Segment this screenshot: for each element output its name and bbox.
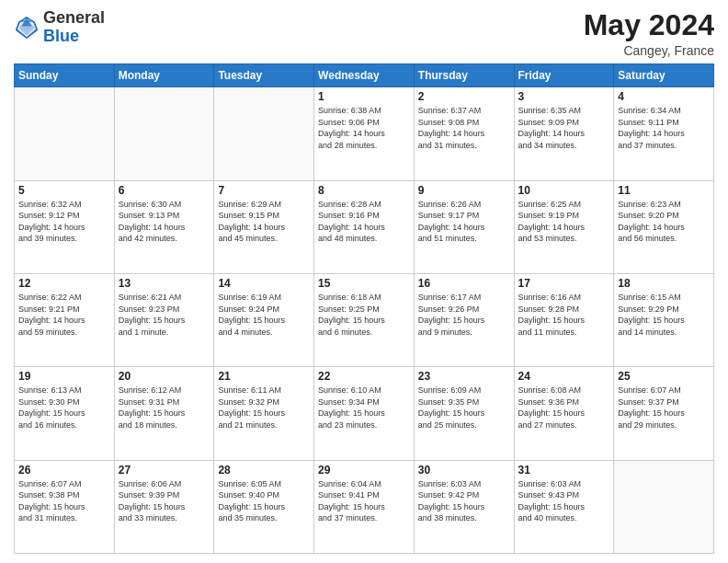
calendar-cell: 10Sunrise: 6:25 AM Sunset: 9:19 PM Dayli… (514, 180, 614, 273)
weekday-header-monday: Monday (114, 64, 214, 87)
calendar-cell: 21Sunrise: 6:11 AM Sunset: 9:32 PM Dayli… (214, 367, 314, 460)
day-number: 26 (18, 464, 110, 477)
day-info: Sunrise: 6:08 AM Sunset: 9:36 PM Dayligh… (518, 385, 610, 431)
day-number: 25 (618, 370, 710, 383)
calendar-cell: 30Sunrise: 6:03 AM Sunset: 9:42 PM Dayli… (414, 460, 514, 553)
calendar-cell: 5Sunrise: 6:32 AM Sunset: 9:12 PM Daylig… (15, 180, 115, 273)
day-number: 20 (119, 370, 210, 383)
weekday-header-tuesday: Tuesday (214, 64, 314, 87)
calendar-cell: 2Sunrise: 6:37 AM Sunset: 9:08 PM Daylig… (414, 87, 514, 180)
day-info: Sunrise: 6:35 AM Sunset: 9:09 PM Dayligh… (518, 105, 610, 151)
day-number: 3 (518, 90, 610, 103)
calendar-cell: 24Sunrise: 6:08 AM Sunset: 9:36 PM Dayli… (514, 367, 614, 460)
day-number: 29 (318, 464, 410, 477)
day-number: 8 (318, 184, 410, 197)
weekday-header-thursday: Thursday (414, 64, 514, 87)
calendar-cell (15, 87, 115, 180)
calendar-cell (614, 460, 714, 553)
day-number: 15 (318, 277, 410, 290)
calendar-cell: 13Sunrise: 6:21 AM Sunset: 9:23 PM Dayli… (114, 273, 214, 366)
calendar-header-row: SundayMondayTuesdayWednesdayThursdayFrid… (15, 64, 714, 87)
logo-general: General (43, 8, 105, 27)
day-info: Sunrise: 6:06 AM Sunset: 9:39 PM Dayligh… (119, 478, 210, 524)
day-number: 4 (618, 90, 710, 103)
day-info: Sunrise: 6:28 AM Sunset: 9:16 PM Dayligh… (318, 199, 410, 245)
day-number: 17 (518, 277, 610, 290)
day-number: 28 (218, 464, 310, 477)
day-number: 10 (518, 184, 610, 197)
day-number: 27 (119, 464, 210, 477)
calendar-cell: 15Sunrise: 6:18 AM Sunset: 9:25 PM Dayli… (314, 273, 415, 366)
day-info: Sunrise: 6:30 AM Sunset: 9:13 PM Dayligh… (119, 199, 210, 245)
weekday-header-friday: Friday (514, 64, 614, 87)
header: General Blue May 2024 Cangey, France (14, 9, 714, 58)
day-info: Sunrise: 6:16 AM Sunset: 9:28 PM Dayligh… (518, 292, 610, 338)
calendar-cell: 1Sunrise: 6:38 AM Sunset: 9:06 PM Daylig… (314, 87, 415, 180)
day-info: Sunrise: 6:09 AM Sunset: 9:35 PM Dayligh… (418, 385, 510, 431)
day-info: Sunrise: 6:19 AM Sunset: 9:24 PM Dayligh… (218, 292, 310, 338)
day-number: 7 (218, 184, 310, 197)
calendar-cell: 25Sunrise: 6:07 AM Sunset: 9:37 PM Dayli… (614, 367, 714, 460)
calendar-cell: 20Sunrise: 6:12 AM Sunset: 9:31 PM Dayli… (114, 367, 214, 460)
weekday-header-saturday: Saturday (614, 64, 714, 87)
calendar-cell: 6Sunrise: 6:30 AM Sunset: 9:13 PM Daylig… (114, 180, 214, 273)
calendar-cell: 28Sunrise: 6:05 AM Sunset: 9:40 PM Dayli… (214, 460, 314, 553)
calendar-cell: 26Sunrise: 6:07 AM Sunset: 9:38 PM Dayli… (15, 460, 115, 553)
calendar-week-5: 26Sunrise: 6:07 AM Sunset: 9:38 PM Dayli… (15, 460, 714, 553)
calendar-cell: 23Sunrise: 6:09 AM Sunset: 9:35 PM Dayli… (414, 367, 514, 460)
day-number: 23 (418, 370, 510, 383)
logo: General Blue (14, 9, 105, 46)
day-info: Sunrise: 6:07 AM Sunset: 9:37 PM Dayligh… (618, 385, 710, 431)
calendar-cell: 16Sunrise: 6:17 AM Sunset: 9:26 PM Dayli… (414, 273, 514, 366)
day-info: Sunrise: 6:23 AM Sunset: 9:20 PM Dayligh… (618, 199, 710, 245)
calendar-cell: 8Sunrise: 6:28 AM Sunset: 9:16 PM Daylig… (314, 180, 415, 273)
location: Cangey, France (584, 43, 714, 58)
calendar-cell: 18Sunrise: 6:15 AM Sunset: 9:29 PM Dayli… (614, 273, 714, 366)
weekday-header-sunday: Sunday (15, 64, 115, 87)
day-number: 9 (418, 184, 510, 197)
calendar-week-3: 12Sunrise: 6:22 AM Sunset: 9:21 PM Dayli… (15, 273, 714, 366)
calendar-cell: 3Sunrise: 6:35 AM Sunset: 9:09 PM Daylig… (514, 87, 614, 180)
calendar-cell (114, 87, 214, 180)
day-info: Sunrise: 6:37 AM Sunset: 9:08 PM Dayligh… (418, 105, 510, 151)
day-number: 11 (618, 184, 710, 197)
day-info: Sunrise: 6:13 AM Sunset: 9:30 PM Dayligh… (18, 385, 110, 431)
day-number: 22 (318, 370, 410, 383)
calendar-cell: 22Sunrise: 6:10 AM Sunset: 9:34 PM Dayli… (314, 367, 415, 460)
day-info: Sunrise: 6:05 AM Sunset: 9:40 PM Dayligh… (218, 478, 310, 524)
calendar-week-1: 1Sunrise: 6:38 AM Sunset: 9:06 PM Daylig… (15, 87, 714, 180)
day-number: 14 (218, 277, 310, 290)
day-number: 19 (18, 370, 110, 383)
day-info: Sunrise: 6:17 AM Sunset: 9:26 PM Dayligh… (418, 292, 510, 338)
day-number: 6 (119, 184, 210, 197)
calendar-cell: 31Sunrise: 6:03 AM Sunset: 9:43 PM Dayli… (514, 460, 614, 553)
calendar-cell: 19Sunrise: 6:13 AM Sunset: 9:30 PM Dayli… (15, 367, 115, 460)
calendar-cell: 29Sunrise: 6:04 AM Sunset: 9:41 PM Dayli… (314, 460, 415, 553)
day-info: Sunrise: 6:15 AM Sunset: 9:29 PM Dayligh… (618, 292, 710, 338)
calendar-cell: 27Sunrise: 6:06 AM Sunset: 9:39 PM Dayli… (114, 460, 214, 553)
day-info: Sunrise: 6:29 AM Sunset: 9:15 PM Dayligh… (218, 199, 310, 245)
day-info: Sunrise: 6:32 AM Sunset: 9:12 PM Dayligh… (18, 199, 110, 245)
title-block: May 2024 Cangey, France (584, 9, 714, 58)
logo-blue: Blue (43, 27, 79, 45)
calendar-cell: 17Sunrise: 6:16 AM Sunset: 9:28 PM Dayli… (514, 273, 614, 366)
day-info: Sunrise: 6:03 AM Sunset: 9:43 PM Dayligh… (518, 478, 610, 524)
day-info: Sunrise: 6:21 AM Sunset: 9:23 PM Dayligh… (119, 292, 210, 338)
calendar-cell: 12Sunrise: 6:22 AM Sunset: 9:21 PM Dayli… (15, 273, 115, 366)
page: General Blue May 2024 Cangey, France Sun… (0, 0, 728, 563)
day-info: Sunrise: 6:26 AM Sunset: 9:17 PM Dayligh… (418, 199, 510, 245)
calendar-week-4: 19Sunrise: 6:13 AM Sunset: 9:30 PM Dayli… (15, 367, 714, 460)
day-info: Sunrise: 6:38 AM Sunset: 9:06 PM Dayligh… (318, 105, 410, 151)
day-info: Sunrise: 6:10 AM Sunset: 9:34 PM Dayligh… (318, 385, 410, 431)
logo-icon (14, 15, 40, 40)
day-info: Sunrise: 6:04 AM Sunset: 9:41 PM Dayligh… (318, 478, 410, 524)
day-info: Sunrise: 6:18 AM Sunset: 9:25 PM Dayligh… (318, 292, 410, 338)
calendar-table: SundayMondayTuesdayWednesdayThursdayFrid… (14, 63, 714, 554)
day-number: 1 (318, 90, 410, 103)
day-number: 18 (618, 277, 710, 290)
calendar-cell (214, 87, 314, 180)
day-number: 24 (518, 370, 610, 383)
day-number: 5 (18, 184, 110, 197)
day-number: 21 (218, 370, 310, 383)
day-info: Sunrise: 6:25 AM Sunset: 9:19 PM Dayligh… (518, 199, 610, 245)
